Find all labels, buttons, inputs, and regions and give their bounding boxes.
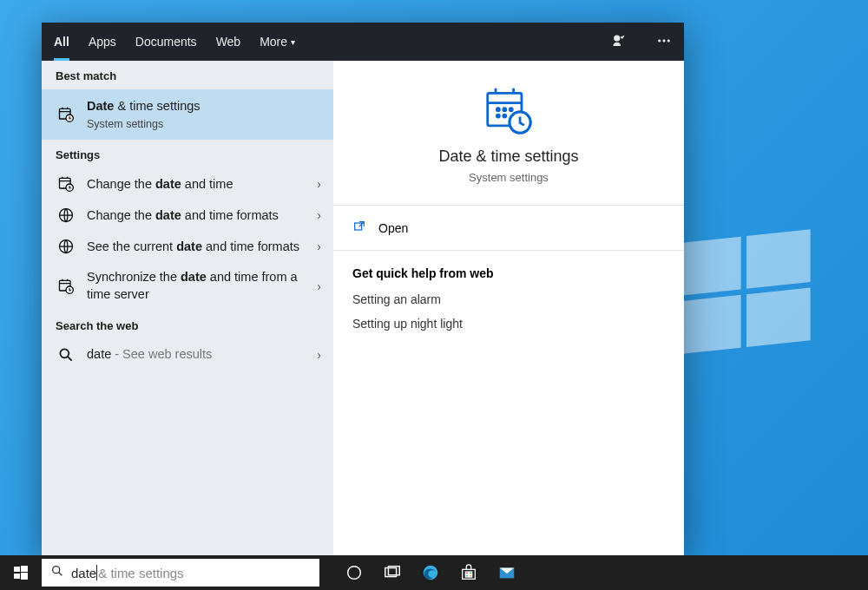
open-action[interactable]: Open <box>333 206 684 251</box>
section-settings: Settings <box>42 140 333 168</box>
cortana-button[interactable] <box>335 555 373 590</box>
svg-point-6 <box>663 39 665 41</box>
svg-rect-3 <box>746 287 811 347</box>
result-preview-pane: Date & time settings System settings Ope… <box>333 61 684 555</box>
svg-rect-27 <box>21 566 28 572</box>
svg-rect-38 <box>465 574 468 577</box>
svg-rect-0 <box>682 237 740 296</box>
tab-web[interactable]: Web <box>216 23 241 61</box>
svg-rect-37 <box>469 572 471 574</box>
calendar-clock-icon <box>56 106 76 123</box>
svg-point-7 <box>667 39 669 41</box>
start-button[interactable] <box>0 555 42 590</box>
help-link[interactable]: Setting an alarm <box>352 292 665 306</box>
result-best-match[interactable]: Date & time settings System settings <box>42 89 333 140</box>
svg-rect-25 <box>355 223 362 230</box>
globe-icon <box>56 206 76 224</box>
options-icon[interactable] <box>656 33 672 51</box>
svg-rect-29 <box>21 573 28 580</box>
chevron-right-icon: › <box>317 348 323 362</box>
svg-rect-2 <box>682 295 740 354</box>
svg-point-20 <box>496 108 499 111</box>
preview-subtitle: System settings <box>351 171 667 184</box>
tab-more[interactable]: More▾ <box>260 23 295 61</box>
svg-point-4 <box>615 36 620 41</box>
svg-point-31 <box>348 567 361 580</box>
search-icon <box>56 346 76 364</box>
date-time-icon <box>56 175 76 193</box>
result-settings-item[interactable]: Synchronize the date and time from a tim… <box>42 262 333 310</box>
svg-rect-36 <box>465 572 468 574</box>
svg-point-22 <box>496 115 499 117</box>
result-settings-item[interactable]: Change the date and time formats › <box>42 200 333 231</box>
chevron-right-icon: › <box>317 279 323 293</box>
chevron-right-icon: › <box>317 208 323 222</box>
svg-point-21 <box>503 115 506 117</box>
taskbar-search-box[interactable]: date & time settings <box>42 559 319 587</box>
tab-apps[interactable]: Apps <box>89 23 116 61</box>
calendar-clock-icon-large <box>351 87 667 135</box>
svg-rect-1 <box>746 229 811 289</box>
svg-rect-28 <box>14 574 20 579</box>
svg-point-16 <box>60 349 69 357</box>
preview-title: Date & time settings <box>351 148 667 166</box>
result-web-search[interactable]: date - See web results › <box>42 339 333 370</box>
taskbar: date & time settings <box>0 555 868 590</box>
tab-all[interactable]: All <box>54 23 69 61</box>
results-list: Best match Date & time settings System s… <box>42 61 333 555</box>
globe-icon <box>56 238 76 255</box>
mail-taskbar-icon[interactable] <box>488 555 526 590</box>
svg-point-19 <box>510 108 512 111</box>
search-suggestion-text: & time settings <box>98 566 183 580</box>
svg-point-30 <box>53 567 60 574</box>
date-time-icon <box>56 278 76 295</box>
search-typed-text: date <box>71 566 96 580</box>
task-view-button[interactable] <box>373 555 411 590</box>
search-results-panel: All Apps Documents Web More▾ Best match … <box>42 23 684 555</box>
result-settings-item[interactable]: Change the date and time › <box>42 168 333 200</box>
svg-rect-39 <box>469 574 471 577</box>
open-icon <box>352 220 366 236</box>
windows-desktop-logo <box>677 224 816 366</box>
section-best-match: Best match <box>42 61 333 89</box>
edge-taskbar-icon[interactable] <box>411 555 450 590</box>
chevron-right-icon: › <box>317 177 323 191</box>
svg-rect-26 <box>14 567 20 572</box>
search-icon <box>50 564 64 581</box>
chevron-right-icon: › <box>317 239 323 253</box>
result-settings-item[interactable]: See the current date and time formats › <box>42 231 333 262</box>
svg-point-18 <box>503 108 506 111</box>
store-taskbar-icon[interactable] <box>450 555 488 590</box>
svg-point-5 <box>659 39 661 41</box>
help-link[interactable]: Setting up night light <box>352 317 665 331</box>
rewards-icon[interactable] <box>611 33 627 51</box>
section-search-web: Search the web <box>42 311 333 339</box>
search-filter-tabs: All Apps Documents Web More▾ <box>42 23 684 61</box>
quick-help-header: Get quick help from web <box>352 266 665 280</box>
tab-documents[interactable]: Documents <box>135 23 197 61</box>
